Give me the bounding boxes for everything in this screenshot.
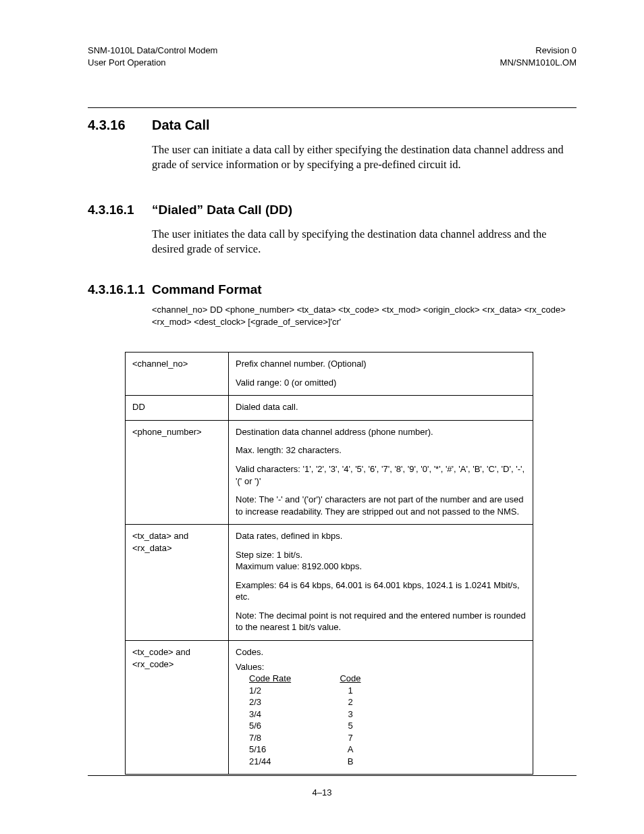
param-line: Valid characters: '1', '2', '3', '4', '5…: [236, 463, 526, 487]
param-desc: Data rates, defined in kbps. Step size: …: [229, 525, 533, 641]
header-right-line2: MN/SNM1010L.OM: [500, 57, 576, 69]
section-heading-4-3-16-1: 4.3.16.1 “Dialed” Data Call (DD): [88, 203, 576, 217]
param-desc: Codes. Values: Code Rate Code 1/21 2/32 …: [229, 641, 533, 775]
page-header: SNM-1010L Data/Control Modem User Port O…: [88, 45, 576, 68]
header-left: SNM-1010L Data/Control Modem User Port O…: [88, 45, 217, 68]
param-line: Valid range: 0 (or omitted): [236, 377, 526, 389]
param-line: Values:: [236, 661, 526, 673]
section-number: 4.3.16.1: [88, 203, 152, 217]
section-number: 4.3.16: [88, 118, 152, 133]
param-name: <tx_code> and <rx_code>: [126, 641, 229, 775]
param-line: Codes.: [236, 646, 526, 658]
footer-rule: [88, 775, 576, 776]
table-row: <tx_data> and <rx_data> Data rates, defi…: [126, 525, 533, 641]
code-header-code: Code: [340, 673, 360, 685]
code-table: Code Rate Code 1/21 2/32 3/43 5/65 7/87 …: [236, 673, 364, 767]
code-rate: 7/8: [236, 732, 337, 744]
table-row: <phone_number> Destination data channel …: [126, 420, 533, 524]
header-right-line1: Revision 0: [500, 45, 576, 57]
code-rate: 1/2: [236, 685, 337, 697]
code-val: 3: [337, 708, 364, 721]
param-name: <channel_no>: [126, 353, 229, 396]
code-val: 5: [337, 720, 364, 732]
code-rate: 2/3: [236, 696, 337, 708]
param-line: Prefix channel number. (Optional): [236, 358, 526, 370]
code-val: A: [337, 744, 364, 756]
param-name: <tx_data> and <rx_data>: [126, 525, 229, 641]
header-left-line2: User Port Operation: [88, 57, 217, 69]
code-rate: 5/16: [236, 744, 337, 756]
section-title: “Dialed” Data Call (DD): [152, 203, 292, 217]
param-line: Examples: 64 is 64 kbps, 64.001 is 64.00…: [236, 579, 526, 603]
section-number: 4.3.16.1.1: [88, 282, 152, 297]
code-header-rate: Code Rate: [249, 673, 291, 685]
param-line: Note: The '-' and '('or')' characters ar…: [236, 494, 526, 517]
header-left-line1: SNM-1010L Data/Control Modem: [88, 45, 217, 57]
section-body: The user initiates the data call by spec…: [152, 227, 576, 257]
param-line: Note: The decimal point is not required …: [236, 610, 526, 633]
table-row: <channel_no> Prefix channel number. (Opt…: [126, 353, 533, 396]
param-name: <phone_number>: [126, 420, 229, 524]
param-line: Max. length: 32 characters.: [236, 444, 526, 457]
param-name: DD: [126, 396, 229, 421]
code-val: B: [337, 756, 364, 768]
table-row: <tx_code> and <rx_code> Codes. Values: C…: [126, 641, 533, 775]
param-line: Maximum value: 8192.000 kbps.: [236, 561, 526, 573]
param-line: Destination data channel address (phone …: [236, 426, 526, 438]
section-title: Command Format: [152, 282, 262, 297]
param-line: Step size: 1 bit/s.: [236, 549, 526, 561]
header-rule: [88, 107, 576, 108]
code-rate: 3/4: [236, 708, 337, 721]
section-heading-4-3-16: 4.3.16 Data Call: [88, 118, 576, 133]
param-desc: Dialed data call.: [229, 396, 533, 421]
table-row: DD Dialed data call.: [126, 396, 533, 421]
code-rate: 5/6: [236, 720, 337, 732]
param-line: Data rates, defined in kbps.: [236, 530, 526, 542]
param-desc: Prefix channel number. (Optional) Valid …: [229, 353, 533, 396]
code-val: 1: [337, 685, 364, 697]
code-val: 7: [337, 732, 364, 744]
param-desc: Destination data channel address (phone …: [229, 420, 533, 524]
section-heading-4-3-16-1-1: 4.3.16.1.1 Command Format: [88, 282, 576, 297]
page-number: 4–13: [0, 787, 644, 798]
code-val: 2: [337, 696, 364, 708]
command-format-text: <channel_no> DD <phone_number> <tx_data>…: [152, 304, 576, 328]
parameter-table: <channel_no> Prefix channel number. (Opt…: [125, 352, 533, 775]
section-title: Data Call: [152, 118, 210, 133]
section-body: The user can initiate a data call by eit…: [152, 142, 576, 173]
document-page: SNM-1010L Data/Control Modem User Port O…: [0, 0, 644, 834]
code-rate: 21/44: [236, 756, 337, 768]
header-right: Revision 0 MN/SNM1010L.OM: [500, 45, 576, 68]
